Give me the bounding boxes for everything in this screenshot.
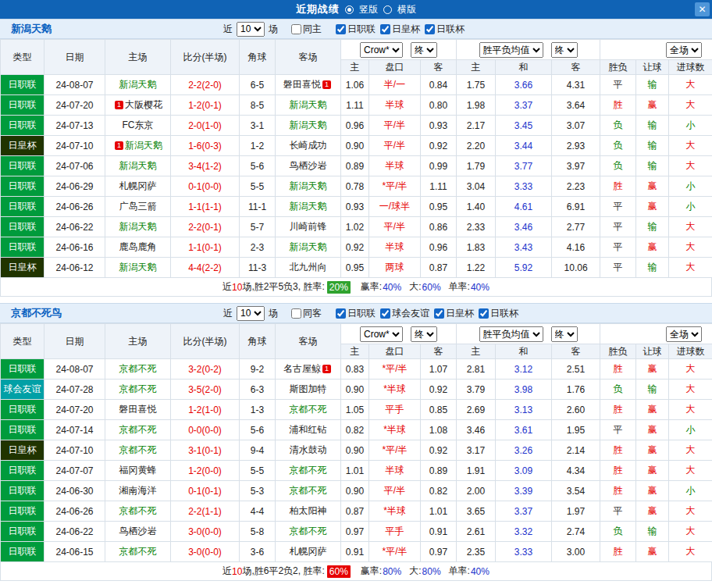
- avg-home-cell: 3.04: [457, 176, 496, 197]
- away-team-cell: 清水鼓动: [276, 440, 341, 461]
- summary-text: 近: [222, 280, 232, 294]
- home-team-cell: 新潟天鹅: [105, 258, 171, 278]
- focus-team-name: 新潟天鹅: [119, 79, 157, 90]
- league-cell: 日职联: [1, 359, 44, 380]
- scope-select[interactable]: 全场: [666, 326, 702, 342]
- league-filter-日联杯[interactable]: 日联杯: [479, 307, 518, 320]
- close-icon: ✕: [698, 4, 706, 15]
- league-filter-日职联[interactable]: 日职联: [336, 307, 376, 320]
- odds-away-cell: 0.96: [421, 237, 457, 258]
- col-avg-draw: 和: [496, 60, 552, 75]
- summary-stat-value: 80%: [383, 566, 401, 577]
- avg-draw-cell: 3.43: [496, 237, 552, 258]
- near-count-select[interactable]: 10: [237, 22, 265, 37]
- close-button[interactable]: ✕: [695, 2, 710, 16]
- league-filter-checkbox[interactable]: [336, 308, 346, 319]
- scope-select[interactable]: 全场: [666, 42, 702, 58]
- same-venue-checkbox[interactable]: [291, 308, 301, 319]
- corners-cell: 6-5: [240, 75, 276, 95]
- odds-away-cell: 0.82: [421, 481, 457, 501]
- odds-home-cell: 0.87: [341, 501, 369, 522]
- league-filter-日联杯[interactable]: 日联杯: [425, 23, 465, 36]
- filter-bar: 近 10 场 同主 日职联日皇杯日联杯: [222, 22, 465, 37]
- home-team-cell: 广岛三箭: [105, 197, 171, 217]
- avg-draw-cell: 3.37: [496, 95, 552, 116]
- horizontal-layout-radio[interactable]: [383, 5, 392, 14]
- goals-cell: 小: [669, 197, 712, 217]
- league-filter-checkbox[interactable]: [380, 308, 390, 319]
- opponent-team-name: 大阪樱花: [125, 99, 162, 110]
- league-filter-checkbox[interactable]: [336, 24, 346, 34]
- result-cell: 负: [600, 136, 636, 156]
- opponent-team-name: 长崎成功: [290, 140, 327, 151]
- avg-odds-select[interactable]: 胜平负均值: [479, 326, 543, 342]
- odds-selects-row: 类型 日期 主场 比分(半场) 角球 客场 Crow*终 胜平负均值终 全场: [1, 324, 712, 344]
- home-team-cell: 鸟栖沙岩: [105, 522, 171, 542]
- league-cell: 日职联: [1, 75, 44, 95]
- avg-final-select[interactable]: 终: [551, 42, 578, 58]
- away-team-cell: 名古屋鲸1: [276, 359, 341, 380]
- odds-away-cell: 1.07: [421, 359, 457, 380]
- handicap-cell: *平/半: [369, 359, 421, 380]
- avg-away-cell: 10.06: [552, 258, 600, 278]
- handicap-result-cell: 赢: [636, 420, 669, 440]
- league-filter-checkbox[interactable]: [479, 308, 489, 319]
- home-team-cell: 札幌冈萨: [105, 176, 171, 197]
- avg-select-cell: 胜平负均值终: [457, 40, 600, 60]
- result-cell: 负: [600, 116, 636, 136]
- result-cell: 平: [600, 237, 636, 258]
- goals-cell: 小: [669, 420, 712, 440]
- titlebar: 近期战绩 竖版 横版 ✕: [0, 0, 712, 19]
- same-venue-filter[interactable]: 同客: [291, 307, 322, 320]
- avg-final-select[interactable]: 终: [551, 326, 578, 342]
- handicap-cell: 半球: [369, 461, 421, 481]
- col-score: 比分(半场): [171, 40, 240, 75]
- same-venue-filter[interactable]: 同主: [291, 23, 322, 36]
- league-filter-checkbox[interactable]: [380, 24, 390, 34]
- focus-team-name: 京都不死: [290, 485, 327, 496]
- bookmaker-select-cell: Crow*终: [341, 40, 457, 60]
- focus-team-name: 新潟天鹅: [119, 262, 157, 273]
- league-filter-label: 日皇杯: [392, 23, 420, 36]
- avg-away-cell: 4.31: [552, 75, 600, 95]
- bookmaker-select[interactable]: Crow*: [360, 326, 403, 342]
- focus-team-name: 京都不死: [119, 546, 157, 557]
- home-team-cell: 京都不死: [105, 420, 171, 440]
- avg-odds-select[interactable]: 胜平负均值: [479, 42, 543, 58]
- home-team-cell: 京都不死: [105, 440, 171, 461]
- league-filter-日皇杯[interactable]: 日皇杯: [434, 307, 474, 320]
- opponent-team-name: 川崎前锋: [290, 221, 327, 232]
- handicap-cell: 一/球半: [369, 197, 421, 217]
- avg-draw-cell: 3.26: [496, 440, 552, 461]
- avg-draw-cell: 4.61: [496, 197, 552, 217]
- league-filter-checkbox[interactable]: [434, 308, 444, 319]
- odds-away-cell: 0.87: [421, 258, 457, 278]
- odds-away-cell: 0.99: [421, 156, 457, 176]
- avg-home-cell: 2.61: [457, 522, 496, 542]
- avg-draw-cell: 3.66: [496, 75, 552, 95]
- avg-home-cell: 2.69: [457, 400, 496, 420]
- handicap-result-cell: 赢: [636, 400, 669, 420]
- bookmaker-final-select[interactable]: 终: [411, 42, 437, 58]
- avg-away-cell: 3.97: [552, 156, 600, 176]
- near-count-select[interactable]: 10: [237, 306, 265, 321]
- bookmaker-final-select[interactable]: 终: [411, 326, 437, 342]
- result-cell: 胜: [600, 481, 636, 501]
- vertical-layout-radio[interactable]: [345, 5, 354, 14]
- odds-home-cell: 0.90: [341, 136, 369, 156]
- league-cell: 日职联: [1, 481, 44, 501]
- league-filter-日皇杯[interactable]: 日皇杯: [380, 23, 420, 36]
- summary-count: 10: [232, 282, 242, 293]
- opponent-team-name: 广岛三箭: [119, 201, 157, 212]
- summary-text: 场,胜2平5负3, 胜率:: [242, 280, 324, 294]
- handicap-result-cell: 输: [636, 156, 669, 176]
- league-filter-checkbox[interactable]: [425, 24, 435, 34]
- avg-draw-cell: 3.12: [496, 359, 552, 380]
- date-cell: 24-07-20: [44, 400, 105, 420]
- same-venue-label: 同客: [303, 307, 322, 320]
- league-filter-日职联[interactable]: 日职联: [336, 23, 376, 36]
- league-filter-球会友谊[interactable]: 球会友谊: [380, 307, 429, 320]
- bookmaker-select[interactable]: Crow*: [360, 42, 403, 58]
- same-venue-checkbox[interactable]: [291, 24, 301, 34]
- focus-team-name: 京都不死: [119, 505, 157, 516]
